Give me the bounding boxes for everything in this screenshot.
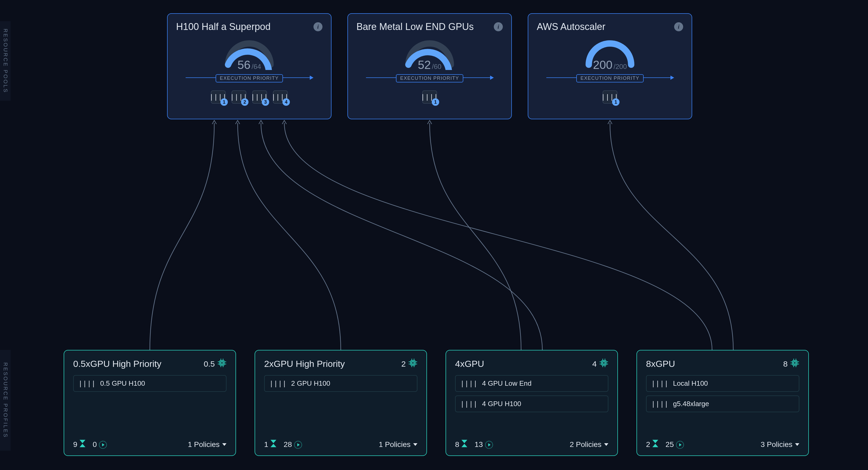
barcode-icon: |||| [651,380,669,387]
hourglass-icon [80,440,85,449]
hourglass-icon [271,440,276,449]
usage-gauge: 56 /64 [176,35,322,71]
config-label: 4 GPU Low End [482,379,531,387]
resource-pool-card[interactable]: AWS Autoscaler i 200 /200 EXECUTION PRIO… [528,13,692,119]
svg-rect-31 [794,362,796,364]
running-stat: 28 [284,440,302,449]
config-label: 2 GPU H100 [291,379,330,387]
queue-chip[interactable]: |||| 1 [602,90,617,104]
policies-dropdown[interactable]: 1 Policies [188,440,226,449]
resource-profile-card[interactable]: 8xGPU 8 |||| Local H100 |||| g5.48xlarge… [637,350,809,456]
pending-stat: 8 [455,440,467,449]
execution-priority-axis: EXECUTION PRIORITY [186,77,313,86]
svg-rect-20 [602,361,606,365]
profile-title: 4xGPU [455,359,484,369]
queue-chip[interactable]: |||| 1 [422,90,437,104]
caret-down-icon [222,443,226,446]
running-stat: 0 [93,440,107,449]
pending-stat: 1 [264,440,276,449]
side-label-resource-profiles: RESOURCE PROFILES [0,350,10,451]
queue-count-badge: 2 [241,98,248,106]
pending-stat: 2 [646,440,658,449]
play-dotted-icon [99,440,107,449]
chip-icon [790,358,799,369]
resource-profile-card[interactable]: 0.5xGPU High Priority 0.5 |||| 0.5 GPU H… [64,350,236,456]
chip-icon [408,358,417,369]
gpu-count-indicator: 0.5 [204,358,226,369]
play-dotted-icon [294,440,302,449]
resource-pool-card[interactable]: H100 Half a Superpod i 56 /64 EXECUTION … [167,13,332,119]
resource-profile-card[interactable]: 2xGPU High Priority 2 |||| 2 GPU H100 1 [255,350,427,456]
execution-priority-label: EXECUTION PRIORITY [576,74,644,83]
usage-gauge: 52 /60 [356,35,503,71]
barcode-icon: |||| [651,400,669,408]
queue-chip[interactable]: |||| 4 [273,90,288,104]
pool-title: H100 Half a Superpod [176,21,271,32]
gpu-count-indicator: 8 [783,358,799,369]
svg-rect-0 [220,361,224,365]
profile-config-item[interactable]: |||| g5.48xlarge [646,396,799,412]
info-icon[interactable]: i [674,22,683,31]
policies-dropdown[interactable]: 3 Policies [761,440,799,449]
resource-pool-card[interactable]: Bare Metal Low END GPUs i 52 /60 EXECUTI… [347,13,512,119]
caret-down-icon [413,443,417,446]
pool-title: AWS Autoscaler [537,21,606,32]
info-icon[interactable]: i [494,22,503,31]
execution-priority-label: EXECUTION PRIORITY [396,74,463,83]
profile-config-item[interactable]: |||| 0.5 GPU H100 [73,375,226,392]
queue-count-badge: 1 [612,98,620,106]
config-label: 4 GPU H100 [482,400,521,408]
chip-icon [599,358,608,369]
info-icon[interactable]: i [313,22,322,31]
gauge-used: 200 [593,58,612,71]
hourglass-icon [652,440,658,449]
play-dotted-icon [676,440,684,449]
running-stat: 13 [475,440,493,449]
gpu-count-indicator: 4 [592,358,608,369]
profile-config-item[interactable]: |||| 2 GPU H100 [264,375,417,392]
queue-count-badge: 4 [282,98,290,106]
queue-count-badge: 1 [432,98,439,106]
execution-priority-axis: EXECUTION PRIORITY [546,77,674,86]
barcode-icon: |||| [79,380,96,387]
svg-rect-11 [412,362,414,364]
queue-chip[interactable]: |||| 3 [252,90,267,104]
gauge-used: 52 [418,58,431,71]
barcode-icon: |||| [460,400,478,408]
play-dotted-icon [485,440,493,449]
execution-priority-label: EXECUTION PRIORITY [216,74,283,83]
gpu-count-indicator: 2 [401,358,417,369]
queue-chip[interactable]: |||| 1 [211,90,226,104]
resource-profile-card[interactable]: 4xGPU 4 |||| 4 GPU Low End |||| 4 GPU H1… [445,350,618,456]
profile-config-item[interactable]: |||| 4 GPU H100 [455,396,608,412]
queue-count-badge: 3 [262,98,269,106]
usage-gauge: 200 /200 [537,35,683,71]
caret-down-icon [604,443,608,446]
gauge-max: /60 [432,63,441,71]
barcode-icon: |||| [460,380,478,387]
gauge-used: 56 [237,58,250,71]
running-stat: 25 [665,440,684,449]
svg-rect-1 [221,362,223,364]
pool-title: Bare Metal Low END GPUs [356,21,474,32]
config-label: 0.5 GPU H100 [100,379,145,387]
chip-icon [217,358,226,369]
svg-rect-10 [411,361,415,365]
execution-priority-axis: EXECUTION PRIORITY [366,77,493,86]
caret-down-icon [795,443,799,446]
pending-stat: 9 [73,440,85,449]
profile-title: 2xGPU High Priority [264,359,345,369]
policies-dropdown[interactable]: 2 Policies [570,440,608,449]
profile-config-item[interactable]: |||| Local H100 [646,375,799,392]
svg-rect-21 [603,362,605,364]
policies-dropdown[interactable]: 1 Policies [379,440,417,449]
profile-title: 8xGPU [646,359,675,369]
config-label: Local H100 [673,379,708,387]
queue-chip[interactable]: |||| 2 [231,90,246,104]
svg-rect-30 [793,361,797,365]
hourglass-icon [461,440,467,449]
queue-count-badge: 1 [220,98,228,106]
gauge-max: /200 [613,63,627,71]
profile-title: 0.5xGPU High Priority [73,359,161,369]
profile-config-item[interactable]: |||| 4 GPU Low End [455,375,608,392]
